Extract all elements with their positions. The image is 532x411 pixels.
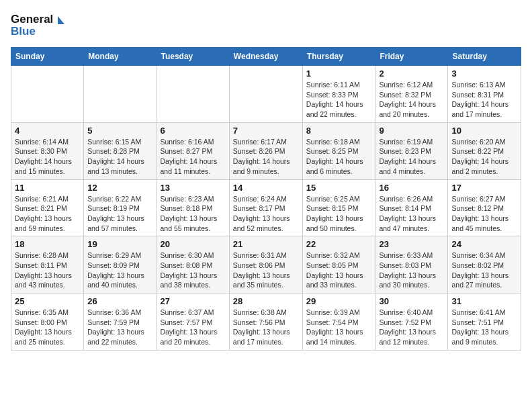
calendar-week-row: 18Sunrise: 6:28 AMSunset: 8:11 PMDayligh… [11, 236, 521, 293]
cell-day-number: 12 [87, 183, 152, 193]
calendar-cell: 23Sunrise: 6:33 AMSunset: 8:03 PMDayligh… [375, 236, 448, 293]
weekday-header: Wednesday [229, 48, 302, 66]
calendar-cell: 5Sunrise: 6:15 AMSunset: 8:28 PMDaylight… [84, 122, 157, 179]
weekday-header: Tuesday [157, 48, 229, 66]
cell-info: Sunrise: 6:27 AMSunset: 8:12 PMDaylight:… [451, 194, 517, 234]
weekday-header: Saturday [448, 48, 521, 66]
calendar-cell [229, 66, 302, 123]
cell-day-number: 5 [87, 126, 152, 136]
calendar-cell: 16Sunrise: 6:26 AMSunset: 8:14 PMDayligh… [375, 179, 448, 236]
calendar-cell: 31Sunrise: 6:41 AMSunset: 7:51 PMDayligh… [448, 293, 521, 351]
cell-info: Sunrise: 6:41 AMSunset: 7:51 PMDaylight:… [451, 308, 517, 347]
cell-day-number: 21 [233, 239, 299, 249]
weekday-header: Monday [84, 48, 157, 66]
calendar-cell: 27Sunrise: 6:37 AMSunset: 7:57 PMDayligh… [157, 293, 229, 351]
calendar-cell: 12Sunrise: 6:22 AMSunset: 8:19 PMDayligh… [84, 179, 157, 236]
cell-day-number: 19 [87, 239, 152, 249]
calendar-cell: 10Sunrise: 6:20 AMSunset: 8:22 PMDayligh… [448, 122, 521, 179]
cell-day-number: 18 [15, 239, 80, 249]
cell-day-number: 3 [451, 68, 517, 79]
calendar-cell: 30Sunrise: 6:40 AMSunset: 7:52 PMDayligh… [375, 293, 448, 351]
cell-info: Sunrise: 6:32 AMSunset: 8:05 PMDaylight:… [306, 250, 372, 290]
calendar-cell: 29Sunrise: 6:39 AMSunset: 7:54 PMDayligh… [302, 293, 375, 351]
calendar-cell: 14Sunrise: 6:24 AMSunset: 8:17 PMDayligh… [229, 179, 302, 236]
calendar-cell: 3Sunrise: 6:13 AMSunset: 8:31 PMDaylight… [448, 66, 521, 123]
calendar-cell: 6Sunrise: 6:16 AMSunset: 8:27 PMDaylight… [157, 122, 229, 179]
weekday-header: Sunday [11, 48, 84, 66]
calendar-cell: 26Sunrise: 6:36 AMSunset: 7:59 PMDayligh… [84, 293, 157, 351]
cell-info: Sunrise: 6:18 AMSunset: 8:25 PMDaylight:… [306, 137, 372, 177]
cell-info: Sunrise: 6:38 AMSunset: 7:56 PMDaylight:… [233, 308, 299, 347]
calendar-week-row: 4Sunrise: 6:14 AMSunset: 8:30 PMDaylight… [11, 122, 521, 179]
cell-info: Sunrise: 6:13 AMSunset: 8:31 PMDaylight:… [451, 80, 517, 120]
cell-day-number: 2 [379, 68, 444, 79]
cell-day-number: 6 [161, 126, 226, 136]
cell-day-number: 7 [233, 126, 299, 136]
cell-info: Sunrise: 6:39 AMSunset: 7:54 PMDaylight:… [306, 308, 372, 347]
calendar-cell: 8Sunrise: 6:18 AMSunset: 8:25 PMDaylight… [302, 122, 375, 179]
cell-day-number: 30 [379, 296, 444, 306]
calendar-cell: 18Sunrise: 6:28 AMSunset: 8:11 PMDayligh… [11, 236, 84, 293]
cell-info: Sunrise: 6:31 AMSunset: 8:06 PMDaylight:… [233, 250, 299, 290]
cell-day-number: 28 [233, 296, 299, 306]
cell-day-number: 16 [379, 183, 444, 193]
cell-info: Sunrise: 6:35 AMSunset: 8:00 PMDaylight:… [15, 308, 80, 347]
cell-day-number: 9 [379, 126, 444, 136]
cell-day-number: 26 [87, 296, 152, 306]
cell-day-number: 11 [15, 183, 80, 193]
cell-info: Sunrise: 6:36 AMSunset: 7:59 PMDaylight:… [87, 308, 152, 347]
calendar-cell: 2Sunrise: 6:12 AMSunset: 8:32 PMDaylight… [375, 66, 448, 123]
cell-info: Sunrise: 6:24 AMSunset: 8:17 PMDaylight:… [233, 194, 299, 234]
cell-info: Sunrise: 6:23 AMSunset: 8:18 PMDaylight:… [161, 194, 226, 234]
cell-day-number: 27 [161, 296, 226, 306]
cell-info: Sunrise: 6:26 AMSunset: 8:14 PMDaylight:… [379, 194, 444, 234]
calendar-week-row: 25Sunrise: 6:35 AMSunset: 8:00 PMDayligh… [11, 293, 521, 351]
cell-day-number: 17 [451, 183, 517, 193]
cell-day-number: 10 [451, 126, 517, 136]
cell-info: Sunrise: 6:20 AMSunset: 8:22 PMDaylight:… [451, 137, 517, 177]
cell-info: Sunrise: 6:34 AMSunset: 8:02 PMDaylight:… [451, 250, 517, 290]
cell-info: Sunrise: 6:28 AMSunset: 8:11 PMDaylight:… [15, 250, 80, 290]
cell-info: Sunrise: 6:40 AMSunset: 7:52 PMDaylight:… [379, 308, 444, 347]
weekday-header: Thursday [302, 48, 375, 66]
cell-info: Sunrise: 6:14 AMSunset: 8:30 PMDaylight:… [15, 137, 80, 177]
calendar-cell [84, 66, 157, 123]
cell-info: Sunrise: 6:12 AMSunset: 8:32 PMDaylight:… [379, 80, 444, 120]
svg-text:General: General [11, 13, 53, 26]
cell-info: Sunrise: 6:25 AMSunset: 8:15 PMDaylight:… [306, 194, 372, 234]
cell-day-number: 20 [161, 239, 226, 249]
calendar-cell [11, 66, 84, 123]
cell-day-number: 13 [161, 183, 226, 193]
cell-day-number: 23 [379, 239, 444, 249]
cell-day-number: 22 [306, 239, 372, 249]
cell-info: Sunrise: 6:21 AMSunset: 8:21 PMDaylight:… [15, 194, 80, 234]
logo: General Blue [11, 11, 64, 40]
calendar-week-row: 11Sunrise: 6:21 AMSunset: 8:21 PMDayligh… [11, 179, 521, 236]
cell-info: Sunrise: 6:22 AMSunset: 8:19 PMDaylight:… [87, 194, 152, 234]
calendar-cell: 19Sunrise: 6:29 AMSunset: 8:09 PMDayligh… [84, 236, 157, 293]
cell-day-number: 14 [233, 183, 299, 193]
svg-marker-2 [58, 16, 64, 24]
calendar-cell: 25Sunrise: 6:35 AMSunset: 8:00 PMDayligh… [11, 293, 84, 351]
calendar-cell: 24Sunrise: 6:34 AMSunset: 8:02 PMDayligh… [448, 236, 521, 293]
cell-info: Sunrise: 6:11 AMSunset: 8:33 PMDaylight:… [306, 80, 372, 120]
cell-day-number: 31 [451, 296, 517, 306]
cell-info: Sunrise: 6:16 AMSunset: 8:27 PMDaylight:… [161, 137, 226, 177]
cell-info: Sunrise: 6:29 AMSunset: 8:09 PMDaylight:… [87, 250, 152, 290]
calendar-table: SundayMondayTuesdayWednesdayThursdayFrid… [11, 47, 521, 351]
weekday-header: Friday [375, 48, 448, 66]
calendar-cell: 17Sunrise: 6:27 AMSunset: 8:12 PMDayligh… [448, 179, 521, 236]
cell-info: Sunrise: 6:37 AMSunset: 7:57 PMDaylight:… [161, 308, 226, 347]
cell-info: Sunrise: 6:30 AMSunset: 8:08 PMDaylight:… [161, 250, 226, 290]
cell-info: Sunrise: 6:19 AMSunset: 8:23 PMDaylight:… [379, 137, 444, 177]
calendar-cell: 22Sunrise: 6:32 AMSunset: 8:05 PMDayligh… [302, 236, 375, 293]
calendar-cell: 20Sunrise: 6:30 AMSunset: 8:08 PMDayligh… [157, 236, 229, 293]
calendar-cell: 9Sunrise: 6:19 AMSunset: 8:23 PMDaylight… [375, 122, 448, 179]
calendar-week-row: 1Sunrise: 6:11 AMSunset: 8:33 PMDaylight… [11, 66, 521, 123]
calendar-cell: 7Sunrise: 6:17 AMSunset: 8:26 PMDaylight… [229, 122, 302, 179]
cell-day-number: 8 [306, 126, 372, 136]
cell-info: Sunrise: 6:17 AMSunset: 8:26 PMDaylight:… [233, 137, 299, 177]
calendar-cell: 4Sunrise: 6:14 AMSunset: 8:30 PMDaylight… [11, 122, 84, 179]
svg-text:Blue: Blue [11, 25, 36, 38]
calendar-cell: 1Sunrise: 6:11 AMSunset: 8:33 PMDaylight… [302, 66, 375, 123]
